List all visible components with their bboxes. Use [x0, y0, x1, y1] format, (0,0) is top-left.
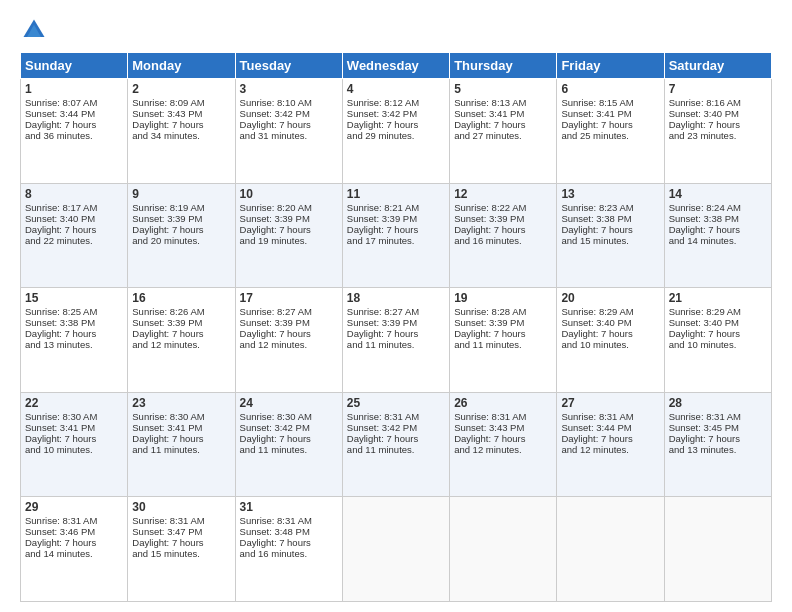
cell-info-line: Sunrise: 8:31 AM — [25, 515, 123, 526]
cell-info-line: and 36 minutes. — [25, 130, 123, 141]
day-number: 24 — [240, 396, 338, 410]
day-number: 13 — [561, 187, 659, 201]
cell-info-line: and 25 minutes. — [561, 130, 659, 141]
day-number: 9 — [132, 187, 230, 201]
calendar-cell: 14Sunrise: 8:24 AMSunset: 3:38 PMDayligh… — [664, 183, 771, 288]
cell-info-line: Daylight: 7 hours — [240, 537, 338, 548]
cell-info-line: Daylight: 7 hours — [347, 119, 445, 130]
calendar-cell: 27Sunrise: 8:31 AMSunset: 3:44 PMDayligh… — [557, 392, 664, 497]
cell-info-line: and 13 minutes. — [669, 444, 767, 455]
day-number: 31 — [240, 500, 338, 514]
calendar-cell: 7Sunrise: 8:16 AMSunset: 3:40 PMDaylight… — [664, 79, 771, 184]
cell-info-line: and 11 minutes. — [347, 339, 445, 350]
calendar-cell — [664, 497, 771, 602]
day-number: 18 — [347, 291, 445, 305]
calendar-cell: 18Sunrise: 8:27 AMSunset: 3:39 PMDayligh… — [342, 288, 449, 393]
cell-info-line: Daylight: 7 hours — [132, 433, 230, 444]
day-number: 19 — [454, 291, 552, 305]
cell-info-line: and 23 minutes. — [669, 130, 767, 141]
cell-info-line: and 11 minutes. — [132, 444, 230, 455]
cell-info-line: Sunset: 3:39 PM — [132, 317, 230, 328]
cell-info-line: and 14 minutes. — [669, 235, 767, 246]
day-number: 6 — [561, 82, 659, 96]
cell-info-line: and 16 minutes. — [454, 235, 552, 246]
day-number: 8 — [25, 187, 123, 201]
calendar-cell: 25Sunrise: 8:31 AMSunset: 3:42 PMDayligh… — [342, 392, 449, 497]
calendar-cell: 21Sunrise: 8:29 AMSunset: 3:40 PMDayligh… — [664, 288, 771, 393]
cell-info-line: Daylight: 7 hours — [25, 537, 123, 548]
calendar-week-row: 8Sunrise: 8:17 AMSunset: 3:40 PMDaylight… — [21, 183, 772, 288]
cell-info-line: Sunrise: 8:26 AM — [132, 306, 230, 317]
cell-info-line: Sunset: 3:39 PM — [347, 317, 445, 328]
cell-info-line: and 15 minutes. — [561, 235, 659, 246]
day-number: 28 — [669, 396, 767, 410]
cell-info-line: and 12 minutes. — [240, 339, 338, 350]
calendar-cell: 26Sunrise: 8:31 AMSunset: 3:43 PMDayligh… — [450, 392, 557, 497]
page: SundayMondayTuesdayWednesdayThursdayFrid… — [0, 0, 792, 612]
cell-info-line: Sunrise: 8:31 AM — [347, 411, 445, 422]
cell-info-line: Sunrise: 8:17 AM — [25, 202, 123, 213]
cell-info-line: Sunset: 3:41 PM — [25, 422, 123, 433]
day-number: 15 — [25, 291, 123, 305]
cell-info-line: and 22 minutes. — [25, 235, 123, 246]
logo-icon — [20, 16, 48, 44]
cell-info-line: Sunrise: 8:19 AM — [132, 202, 230, 213]
cell-info-line: Sunset: 3:38 PM — [669, 213, 767, 224]
cell-info-line: Sunrise: 8:27 AM — [240, 306, 338, 317]
cell-info-line: Sunrise: 8:31 AM — [669, 411, 767, 422]
calendar-cell: 10Sunrise: 8:20 AMSunset: 3:39 PMDayligh… — [235, 183, 342, 288]
calendar-cell: 1Sunrise: 8:07 AMSunset: 3:44 PMDaylight… — [21, 79, 128, 184]
cell-info-line: Sunrise: 8:10 AM — [240, 97, 338, 108]
calendar-cell: 29Sunrise: 8:31 AMSunset: 3:46 PMDayligh… — [21, 497, 128, 602]
day-number: 22 — [25, 396, 123, 410]
calendar-cell: 28Sunrise: 8:31 AMSunset: 3:45 PMDayligh… — [664, 392, 771, 497]
cell-info-line: Daylight: 7 hours — [454, 224, 552, 235]
cell-info-line: Sunset: 3:42 PM — [347, 108, 445, 119]
cell-info-line: Sunrise: 8:29 AM — [669, 306, 767, 317]
calendar-cell: 24Sunrise: 8:30 AMSunset: 3:42 PMDayligh… — [235, 392, 342, 497]
calendar-table: SundayMondayTuesdayWednesdayThursdayFrid… — [20, 52, 772, 602]
calendar-cell: 4Sunrise: 8:12 AMSunset: 3:42 PMDaylight… — [342, 79, 449, 184]
calendar-cell: 22Sunrise: 8:30 AMSunset: 3:41 PMDayligh… — [21, 392, 128, 497]
calendar-cell — [450, 497, 557, 602]
calendar-cell: 2Sunrise: 8:09 AMSunset: 3:43 PMDaylight… — [128, 79, 235, 184]
cell-info-line: Daylight: 7 hours — [561, 433, 659, 444]
calendar-cell: 20Sunrise: 8:29 AMSunset: 3:40 PMDayligh… — [557, 288, 664, 393]
cell-info-line: Sunset: 3:40 PM — [669, 317, 767, 328]
calendar-week-row: 1Sunrise: 8:07 AMSunset: 3:44 PMDaylight… — [21, 79, 772, 184]
cell-info-line: Daylight: 7 hours — [25, 433, 123, 444]
cell-info-line: Sunset: 3:44 PM — [561, 422, 659, 433]
cell-info-line: and 19 minutes. — [240, 235, 338, 246]
calendar-cell: 6Sunrise: 8:15 AMSunset: 3:41 PMDaylight… — [557, 79, 664, 184]
cell-info-line: and 11 minutes. — [347, 444, 445, 455]
cell-info-line: Sunrise: 8:16 AM — [669, 97, 767, 108]
cell-info-line: Daylight: 7 hours — [347, 328, 445, 339]
cell-info-line: Sunrise: 8:07 AM — [25, 97, 123, 108]
cell-info-line: Sunrise: 8:29 AM — [561, 306, 659, 317]
cell-info-line: Sunset: 3:40 PM — [561, 317, 659, 328]
weekday-header: Thursday — [450, 53, 557, 79]
cell-info-line: and 14 minutes. — [25, 548, 123, 559]
weekday-header-row: SundayMondayTuesdayWednesdayThursdayFrid… — [21, 53, 772, 79]
cell-info-line: Sunrise: 8:31 AM — [454, 411, 552, 422]
cell-info-line: Sunrise: 8:15 AM — [561, 97, 659, 108]
calendar-cell: 19Sunrise: 8:28 AMSunset: 3:39 PMDayligh… — [450, 288, 557, 393]
day-number: 3 — [240, 82, 338, 96]
weekday-header: Wednesday — [342, 53, 449, 79]
cell-info-line: Sunrise: 8:12 AM — [347, 97, 445, 108]
calendar-week-row: 22Sunrise: 8:30 AMSunset: 3:41 PMDayligh… — [21, 392, 772, 497]
calendar-cell: 5Sunrise: 8:13 AMSunset: 3:41 PMDaylight… — [450, 79, 557, 184]
cell-info-line: Daylight: 7 hours — [25, 328, 123, 339]
cell-info-line: Daylight: 7 hours — [669, 433, 767, 444]
cell-info-line: Sunset: 3:40 PM — [25, 213, 123, 224]
calendar-cell: 15Sunrise: 8:25 AMSunset: 3:38 PMDayligh… — [21, 288, 128, 393]
cell-info-line: and 11 minutes. — [454, 339, 552, 350]
cell-info-line: Daylight: 7 hours — [454, 119, 552, 130]
cell-info-line: Sunrise: 8:30 AM — [132, 411, 230, 422]
cell-info-line: and 34 minutes. — [132, 130, 230, 141]
cell-info-line: Daylight: 7 hours — [561, 224, 659, 235]
day-number: 17 — [240, 291, 338, 305]
cell-info-line: Sunset: 3:41 PM — [132, 422, 230, 433]
cell-info-line: Sunrise: 8:30 AM — [25, 411, 123, 422]
cell-info-line: Sunrise: 8:31 AM — [561, 411, 659, 422]
